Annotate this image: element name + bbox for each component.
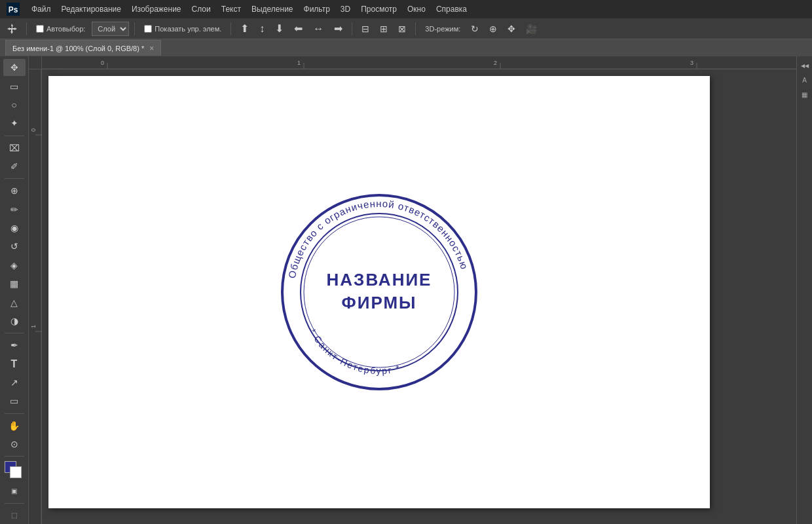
clone-stamp[interactable]: ◉	[3, 219, 26, 236]
menu-select[interactable]: Выделение	[246, 0, 299, 18]
text-tool[interactable]: T	[3, 355, 26, 372]
lasso-tool[interactable]: ○	[3, 96, 26, 113]
move-tool[interactable]: ✥	[3, 59, 26, 76]
menu-filter[interactable]: Фильтр	[299, 0, 335, 18]
svg-text:Ps: Ps	[9, 5, 18, 14]
separator-3	[231, 22, 231, 35]
menu-image[interactable]: Изображение	[126, 0, 187, 18]
stamp-container: Общество с ограниченной ответственностью…	[278, 191, 481, 394]
svg-text:2: 2	[494, 60, 497, 66]
autoselect-check[interactable]	[36, 25, 44, 33]
svg-text:1: 1	[297, 60, 301, 66]
tab-bar: Без имени-1 @ 100% (Слой 0, RGB/8) * ×	[0, 39, 812, 56]
panel-options[interactable]: A	[798, 73, 811, 86]
screen-mode[interactable]: ⬚	[3, 507, 26, 524]
left-toolbar: ✥ ▭ ○ ✦ ⌧ ✐ ⊕ ✏ ◉ ↺ ◈ ▦ △ ◑ ✒ T ↗ ▭ ✋ ⊙ …	[0, 56, 29, 524]
stamp-svg: Общество с ограниченной ответственностью…	[278, 191, 481, 394]
distribute-btn[interactable]: ⊟	[358, 22, 373, 35]
menu-bar: Ps Файл Редактирование Изображение Слои …	[0, 0, 812, 18]
3d-mode-label: 3D-режим:	[421, 24, 464, 34]
ruler-top: 0 1 2 3	[42, 56, 796, 69]
separator-5	[415, 22, 416, 35]
align-hcenter[interactable]: ↔	[309, 22, 327, 36]
move-tool-options	[3, 22, 21, 35]
marquee-tool[interactable]: ▭	[3, 77, 26, 94]
3d-rotate[interactable]: ↻	[467, 22, 483, 35]
3d-camera[interactable]: 🎥	[522, 22, 541, 35]
menu-view[interactable]: Просмотр	[356, 0, 402, 18]
show-controls-checkbox[interactable]	[144, 25, 152, 33]
brush-tool[interactable]: ✏	[3, 201, 26, 218]
tab-title: Без имени-1 @ 100% (Слой 0, RGB/8) *	[12, 45, 144, 52]
tool-separator-3	[5, 333, 24, 333]
crop-tool[interactable]: ⌧	[3, 139, 26, 156]
quick-mask[interactable]: ▣	[3, 482, 26, 499]
svg-text:0: 0	[101, 60, 104, 66]
app-logo: Ps	[5, 1, 21, 17]
collapse-btn[interactable]: ◀◀	[798, 59, 811, 72]
tool-separator-5	[5, 456, 24, 457]
align-vcenter[interactable]: ↕	[255, 22, 268, 36]
ruler-corner	[29, 56, 42, 69]
show-controls-check[interactable]: Показать упр. элем.	[140, 24, 225, 34]
dodge-tool[interactable]: ◑	[3, 312, 26, 329]
align-right[interactable]: ➡	[330, 21, 346, 36]
color-swatches[interactable]	[3, 460, 26, 481]
3d-label: 3D-режим:	[425, 25, 460, 33]
tool-separator-6	[5, 503, 24, 504]
svg-text:1: 1	[30, 325, 37, 328]
menu-3d[interactable]: 3D	[335, 0, 356, 18]
svg-text:ФИРМЫ: ФИРМЫ	[342, 293, 417, 312]
eraser-tool[interactable]: ◈	[3, 257, 26, 274]
tab-close-button[interactable]: ×	[149, 44, 154, 53]
separator-1	[26, 22, 27, 35]
3d-pan[interactable]: ✥	[504, 22, 519, 35]
hand-tool[interactable]: ✋	[3, 417, 26, 434]
document-canvas: Общество с ограниченной ответственностью…	[48, 76, 710, 508]
align-top[interactable]: ⬆	[236, 21, 253, 36]
zoom-tool[interactable]: ⊙	[3, 436, 26, 453]
eyedropper[interactable]: ✐	[3, 158, 26, 175]
menu-window[interactable]: Окно	[402, 0, 431, 18]
svg-text:Общество с ограниченной ответс: Общество с ограниченной ответственностью	[286, 198, 470, 279]
tool-separator-4	[5, 413, 24, 414]
gradient-tool[interactable]: ▦	[3, 275, 26, 292]
document-tab[interactable]: Без имени-1 @ 100% (Слой 0, RGB/8) * ×	[5, 40, 161, 56]
svg-text:3: 3	[690, 60, 693, 66]
autoselect-label: Автовыбор:	[46, 25, 85, 33]
menu-text[interactable]: Текст	[216, 0, 246, 18]
main-area: ✥ ▭ ○ ✦ ⌧ ✐ ⊕ ✏ ◉ ↺ ◈ ▦ △ ◑ ✒ T ↗ ▭ ✋ ⊙ …	[0, 56, 812, 524]
svg-text:НАЗВАНИЕ: НАЗВАНИЕ	[327, 270, 432, 290]
distribute-btn3[interactable]: ⊠	[394, 22, 410, 35]
right-panel: ◀◀ A ▦	[796, 56, 812, 524]
distribute-btn2[interactable]: ⊞	[376, 22, 392, 35]
menu-layers[interactable]: Слои	[187, 0, 216, 18]
separator-4	[352, 22, 352, 35]
blur-tool[interactable]: △	[3, 293, 26, 310]
menu-file[interactable]: Файл	[26, 0, 56, 18]
svg-point-16	[282, 195, 476, 389]
magic-wand[interactable]: ✦	[3, 115, 26, 132]
tool-separator-1	[5, 136, 24, 136]
autoselect-checkbox[interactable]: Автовыбор:	[32, 24, 89, 34]
align-left[interactable]: ⬅	[290, 21, 306, 36]
show-controls-label: Показать упр. элем.	[155, 25, 221, 33]
separator-2	[134, 22, 135, 35]
svg-text:0: 0	[30, 128, 37, 132]
align-bottom[interactable]: ⬇	[271, 21, 287, 36]
options-toolbar: Автовыбор: Слой Показать упр. элем. ⬆ ↕ …	[0, 18, 812, 39]
menu-edit[interactable]: Редактирование	[56, 0, 126, 18]
canvas-area[interactable]: 0 1 2 3 0 1	[29, 56, 796, 524]
tool-separator-2	[5, 178, 24, 179]
healing-brush[interactable]: ⊕	[3, 182, 26, 199]
3d-orbit[interactable]: ⊕	[485, 22, 501, 35]
panel-icon-1[interactable]: ▦	[798, 88, 811, 101]
menu-help[interactable]: Справка	[431, 0, 472, 18]
history-brush[interactable]: ↺	[3, 238, 26, 255]
layer-select[interactable]: Слой	[92, 22, 129, 36]
pen-tool[interactable]: ✒	[3, 337, 26, 354]
ruler-left: 0 1	[29, 69, 42, 524]
shape-tool[interactable]: ▭	[3, 392, 26, 409]
path-selection[interactable]: ↗	[3, 374, 26, 391]
